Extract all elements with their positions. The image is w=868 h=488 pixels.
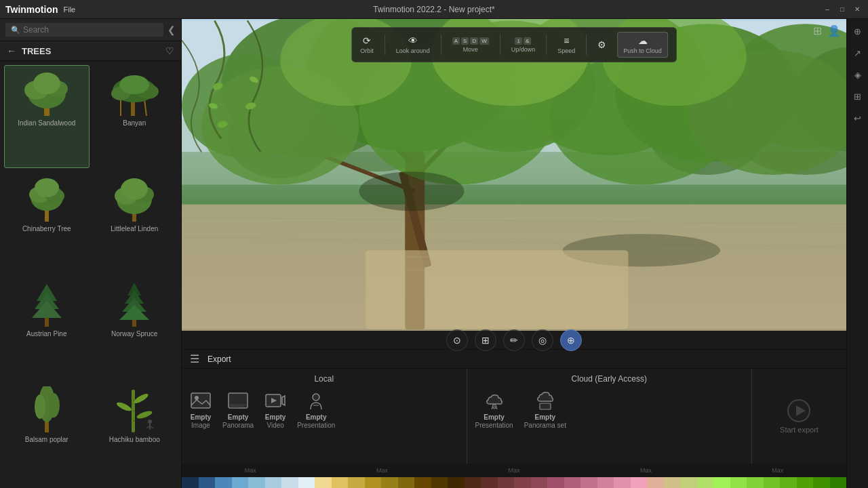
color-swatch[interactable]: [697, 477, 714, 488]
export-item-presentation[interactable]: Empty Presentation: [294, 389, 338, 432]
svg-point-39: [133, 392, 150, 405]
trees-favorite-button[interactable]: ♡: [165, 45, 174, 56]
panorama-export-icon: [227, 392, 249, 411]
updown-label: Up/down: [511, 46, 536, 53]
color-swatch[interactable]: [182, 477, 199, 488]
toolbar-btn-plus[interactable]: ⊕: [560, 329, 582, 351]
svg-rect-37: [134, 410, 134, 411]
nav-look-around[interactable]: 👁 Look around: [396, 35, 430, 54]
nav-speed[interactable]: ≡ Speed: [557, 35, 575, 54]
color-swatch[interactable]: [797, 477, 814, 488]
color-swatch[interactable]: [281, 477, 298, 488]
color-swatch[interactable]: [614, 477, 631, 488]
color-swatch[interactable]: [764, 477, 781, 488]
right-sidebar-btn-1[interactable]: ⊕: [848, 22, 867, 41]
color-swatch[interactable]: [414, 477, 431, 488]
color-swatch[interactable]: [348, 477, 365, 488]
color-swatch[interactable]: [747, 477, 764, 488]
close-button[interactable]: ✕: [852, 4, 863, 15]
right-sidebar-btn-2[interactable]: ↗: [848, 43, 867, 62]
color-swatch[interactable]: [564, 477, 581, 488]
color-swatch[interactable]: [647, 477, 664, 488]
tree-name: Banyan: [123, 119, 146, 127]
toolbar-btn-target[interactable]: ◎: [532, 329, 553, 351]
export-item-video[interactable]: Empty Video: [262, 389, 289, 432]
color-swatch[interactable]: [580, 477, 597, 488]
tree-item-linden[interactable]: Littleleaf Linden: [92, 171, 178, 274]
search-input[interactable]: [23, 25, 158, 35]
cloud-empty-label: Empty: [475, 413, 513, 422]
tree-item-hachiku-bamboo[interactable]: Hachiku bamboo: [92, 382, 178, 485]
right-sidebar-btn-5[interactable]: ↩: [848, 108, 867, 127]
color-swatch[interactable]: [664, 477, 681, 488]
viewport-icon-1[interactable]: ⊞: [813, 24, 822, 37]
viewport[interactable]: ⟳ Orbit 👁 Look around A S D W Move: [182, 19, 846, 331]
color-swatch[interactable]: [514, 477, 531, 488]
export-label[interactable]: Export: [208, 354, 231, 364]
color-swatch[interactable]: [498, 477, 515, 488]
nav-settings[interactable]: ⚙: [597, 39, 606, 50]
color-swatch[interactable]: [215, 477, 232, 488]
nav-move[interactable]: A S D W Move: [452, 37, 489, 53]
toolbar-btn-brush[interactable]: ✏: [503, 329, 525, 351]
viewport-icon-2[interactable]: 👤: [827, 24, 841, 37]
color-swatch[interactable]: [597, 477, 614, 488]
minimize-button[interactable]: –: [822, 4, 833, 15]
color-swatch[interactable]: [780, 477, 797, 488]
color-swatch[interactable]: [448, 477, 465, 488]
color-swatch[interactable]: [713, 477, 730, 488]
color-swatch[interactable]: [531, 477, 548, 488]
tree-item-chinaberry[interactable]: Chinaberry Tree: [4, 171, 90, 274]
toolbar-btn-grid[interactable]: ⊞: [475, 329, 496, 351]
local-section-title: Local: [187, 374, 461, 384]
color-swatch[interactable]: [398, 477, 415, 488]
menu-file[interactable]: File: [64, 5, 76, 14]
cloud-export-panorama[interactable]: Empty Panorama set: [521, 389, 569, 432]
collapse-panel-button[interactable]: ❮: [167, 24, 176, 35]
right-sidebar-btn-3[interactable]: ◈: [848, 65, 867, 84]
right-sidebar-btn-4[interactable]: ⊞: [848, 87, 867, 106]
start-export-button[interactable]: Start export: [774, 393, 824, 439]
tree-name: Chinaberry Tree: [22, 225, 71, 232]
trees-back-button[interactable]: ←: [7, 45, 16, 56]
color-swatch[interactable]: [298, 477, 315, 488]
color-swatch[interactable]: [465, 477, 481, 488]
window-controls[interactable]: – □ ✕: [822, 4, 868, 15]
color-swatch[interactable]: [265, 477, 282, 488]
color-swatch[interactable]: [248, 477, 265, 488]
color-swatch[interactable]: [481, 477, 498, 488]
color-swatch[interactable]: [315, 477, 332, 488]
nav-orbit[interactable]: ⟳ Orbit: [360, 35, 374, 54]
maximize-button[interactable]: □: [837, 4, 848, 15]
export-item-panorama[interactable]: Empty Panorama: [220, 389, 256, 432]
search-input-wrap[interactable]: 🔍: [5, 23, 163, 37]
tree-item-indian-sandalwood[interactable]: Indian Sandalwood: [4, 65, 90, 168]
tree-item-balsam-poplar[interactable]: Balsam poplar: [4, 382, 90, 485]
color-swatch[interactable]: [381, 477, 398, 488]
tree-item-banyan[interactable]: Banyan: [92, 65, 178, 168]
color-swatch[interactable]: [332, 477, 349, 488]
push-to-cloud-button[interactable]: ☁ Push to Cloud: [617, 32, 668, 58]
color-swatch[interactable]: [199, 477, 216, 488]
color-swatch[interactable]: [365, 477, 382, 488]
color-swatch[interactable]: [232, 477, 249, 488]
tree-item-norway-spruce[interactable]: Norway Spruce: [92, 276, 178, 379]
nav-updown[interactable]: 1 & Up/down: [511, 37, 536, 53]
bottom-max-labels: Max Max Max Max Max: [182, 464, 846, 477]
cloud-export-presentation[interactable]: Empty Presentation: [473, 389, 516, 432]
hamburger-menu-icon[interactable]: ☰: [190, 352, 199, 365]
color-swatch[interactable]: [631, 477, 648, 488]
color-swatch[interactable]: [547, 477, 564, 488]
look-around-icon: 👁: [408, 35, 418, 46]
cloud-presentation-icon: [484, 392, 505, 411]
svg-point-16: [35, 178, 59, 197]
export-panel: ☰ Export Local: [182, 350, 846, 477]
export-item-image[interactable]: Empty Image: [187, 389, 214, 432]
color-swatch[interactable]: [830, 477, 847, 488]
color-swatch[interactable]: [813, 477, 830, 488]
color-swatch[interactable]: [680, 477, 697, 488]
toolbar-btn-circle[interactable]: ⊙: [446, 329, 468, 351]
color-swatch[interactable]: [730, 477, 747, 488]
tree-item-austrian-pine[interactable]: Austrian Pine: [4, 276, 90, 379]
color-swatch[interactable]: [431, 477, 448, 488]
